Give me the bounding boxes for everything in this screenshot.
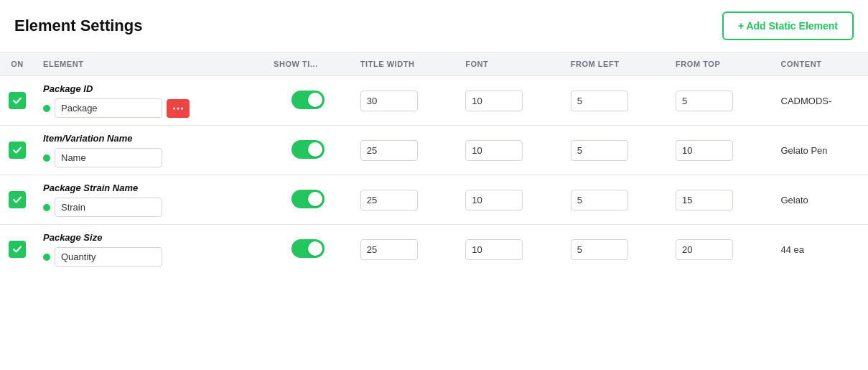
from-top-input[interactable] — [676, 190, 733, 211]
table-header-row: ON ELEMENT SHOW TI... TITLE WIDTH FONT F… — [0, 52, 868, 76]
checkbox-cell — [0, 225, 34, 274]
from-left-input[interactable] — [571, 140, 628, 161]
checkbox-cell — [0, 76, 34, 126]
col-content: CONTENT — [773, 52, 869, 76]
svg-point-1 — [177, 107, 179, 109]
col-title-width: TITLE WIDTH — [352, 52, 457, 76]
col-from-left: FROM LEFT — [562, 52, 667, 76]
svg-point-2 — [181, 107, 183, 109]
content-cell: 44 ea — [773, 225, 869, 274]
from-top-input[interactable] — [676, 239, 733, 260]
status-dot — [43, 105, 50, 112]
toggle-cell — [265, 126, 352, 175]
title-width-input[interactable] — [360, 140, 418, 161]
element-name-input[interactable] — [55, 148, 162, 167]
status-dot — [43, 254, 50, 261]
element-cell: Package ID — [34, 76, 265, 126]
add-static-element-button[interactable]: + Add Static Element — [722, 11, 854, 40]
element-label: Package Size — [43, 232, 256, 243]
font-cell — [457, 225, 561, 274]
col-element: ELEMENT — [34, 52, 265, 76]
title-width-input[interactable] — [360, 190, 418, 211]
show-title-toggle[interactable] — [291, 239, 325, 258]
row-checkbox[interactable] — [9, 142, 26, 159]
font-cell — [457, 175, 561, 225]
font-cell — [457, 126, 561, 175]
show-title-toggle[interactable] — [291, 140, 325, 159]
title-width-cell — [352, 225, 457, 274]
font-input[interactable] — [465, 190, 523, 211]
table-row: Package Strain NameGelato — [0, 175, 868, 225]
element-cell: Item/Variation Name — [34, 126, 265, 175]
page-title: Element Settings — [14, 17, 142, 35]
element-cell: Package Strain Name — [34, 175, 265, 225]
toggle-cell — [265, 175, 352, 225]
col-on: ON — [0, 52, 34, 76]
content-cell: Gelato Pen — [773, 126, 869, 175]
content-cell: CADMODS- — [773, 76, 869, 126]
title-width-input[interactable] — [360, 91, 418, 111]
table-row: Package Size44 ea — [0, 225, 868, 274]
element-name-input[interactable] — [55, 247, 162, 267]
col-from-top: FROM TOP — [667, 52, 772, 76]
row-checkbox[interactable] — [9, 92, 26, 109]
from-top-input[interactable] — [676, 140, 733, 161]
status-dot — [43, 154, 50, 162]
title-width-cell — [352, 126, 457, 175]
col-show-title: SHOW TI... — [265, 52, 352, 76]
from-left-cell — [562, 76, 667, 126]
from-top-cell — [667, 175, 772, 225]
from-left-cell — [562, 225, 667, 274]
checkbox-cell — [0, 175, 34, 225]
table-row: Package IDCADMODS- — [0, 76, 868, 126]
font-input[interactable] — [465, 91, 523, 111]
checkbox-cell — [0, 126, 34, 175]
font-cell — [457, 76, 561, 126]
element-label: Package ID — [43, 83, 256, 94]
element-name-input[interactable] — [55, 98, 162, 118]
table-row: Item/Variation NameGelato Pen — [0, 126, 868, 175]
col-font: FONT — [457, 52, 561, 76]
title-width-cell — [352, 76, 457, 126]
from-left-input[interactable] — [571, 190, 628, 211]
from-top-input[interactable] — [676, 91, 733, 111]
row-checkbox[interactable] — [9, 191, 26, 208]
from-left-input[interactable] — [571, 239, 628, 260]
page: Element Settings + Add Static Element ON… — [0, 0, 868, 370]
from-left-cell — [562, 126, 667, 175]
status-dot — [43, 204, 50, 211]
font-input[interactable] — [465, 140, 523, 161]
header: Element Settings + Add Static Element — [0, 0, 868, 52]
toggle-cell — [265, 76, 352, 126]
element-label: Item/Variation Name — [43, 133, 256, 144]
more-options-button[interactable] — [167, 99, 190, 118]
font-input[interactable] — [465, 239, 523, 260]
toggle-cell — [265, 225, 352, 274]
title-width-input[interactable] — [360, 239, 418, 260]
from-top-cell — [667, 225, 772, 274]
show-title-toggle[interactable] — [291, 190, 325, 208]
row-checkbox[interactable] — [9, 241, 26, 258]
table-wrapper: ON ELEMENT SHOW TI... TITLE WIDTH FONT F… — [0, 52, 868, 274]
element-label: Package Strain Name — [43, 182, 256, 193]
from-top-cell — [667, 126, 772, 175]
elements-table: ON ELEMENT SHOW TI... TITLE WIDTH FONT F… — [0, 52, 868, 274]
title-width-cell — [352, 175, 457, 225]
element-name-input[interactable] — [55, 198, 162, 217]
show-title-toggle[interactable] — [291, 91, 325, 109]
from-left-cell — [562, 175, 667, 225]
from-left-input[interactable] — [571, 91, 628, 111]
element-cell: Package Size — [34, 225, 265, 274]
content-cell: Gelato — [773, 175, 869, 225]
from-top-cell — [667, 76, 772, 126]
svg-point-0 — [173, 107, 175, 109]
